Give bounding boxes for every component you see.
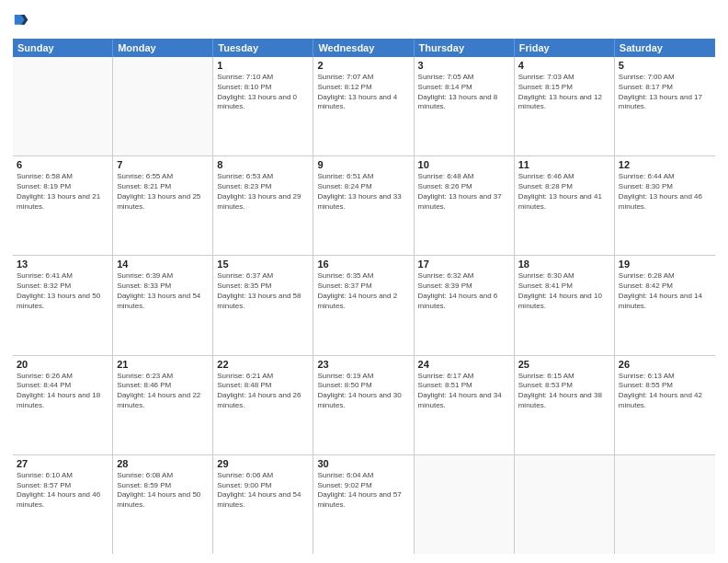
- calendar-cell: [515, 455, 615, 554]
- day-number: 7: [117, 159, 209, 170]
- calendar-cell: 30Sunrise: 6:04 AM Sunset: 9:02 PM Dayli…: [313, 455, 414, 554]
- day-number: 10: [418, 159, 510, 170]
- day-number: 8: [217, 159, 309, 170]
- cell-info: Sunrise: 6:30 AM Sunset: 8:41 PM Dayligh…: [518, 271, 610, 311]
- logo-icon: [13, 13, 29, 33]
- cell-info: Sunrise: 6:58 AM Sunset: 8:19 PM Dayligh…: [17, 172, 108, 212]
- calendar-cell: 14Sunrise: 6:39 AM Sunset: 8:33 PM Dayli…: [113, 256, 213, 354]
- calendar-cell: 17Sunrise: 6:32 AM Sunset: 8:39 PM Dayli…: [415, 256, 515, 354]
- cell-info: Sunrise: 6:26 AM Sunset: 8:44 PM Dayligh…: [17, 372, 108, 411]
- calendar-cell: 2Sunrise: 7:07 AM Sunset: 8:12 PM Daylig…: [313, 57, 414, 155]
- day-number: 26: [619, 359, 711, 370]
- calendar-row-4: 20Sunrise: 6:26 AM Sunset: 8:44 PM Dayli…: [13, 356, 715, 455]
- calendar: SundayMondayTuesdayWednesdayThursdayFrid…: [13, 39, 715, 554]
- day-number: 23: [317, 359, 409, 370]
- cell-info: Sunrise: 6:23 AM Sunset: 8:46 PM Dayligh…: [117, 372, 209, 411]
- header-day-saturday: Saturday: [615, 39, 715, 57]
- cell-info: Sunrise: 6:44 AM Sunset: 8:30 PM Dayligh…: [619, 172, 711, 212]
- cell-info: Sunrise: 7:03 AM Sunset: 8:15 PM Dayligh…: [518, 73, 610, 112]
- cell-info: Sunrise: 6:55 AM Sunset: 8:21 PM Dayligh…: [117, 172, 209, 212]
- cell-info: Sunrise: 6:04 AM Sunset: 9:02 PM Dayligh…: [317, 471, 409, 511]
- day-number: 14: [117, 259, 209, 270]
- header-day-monday: Monday: [113, 39, 213, 57]
- calendar-cell: 22Sunrise: 6:21 AM Sunset: 8:48 PM Dayli…: [213, 356, 313, 454]
- calendar-cell: 28Sunrise: 6:08 AM Sunset: 8:59 PM Dayli…: [113, 455, 213, 554]
- calendar-header: SundayMondayTuesdayWednesdayThursdayFrid…: [13, 39, 715, 57]
- cell-info: Sunrise: 6:48 AM Sunset: 8:26 PM Dayligh…: [418, 172, 510, 212]
- calendar-cell: [13, 57, 113, 155]
- header-day-tuesday: Tuesday: [213, 39, 313, 57]
- day-number: 19: [619, 259, 711, 270]
- cell-info: Sunrise: 6:51 AM Sunset: 8:24 PM Dayligh…: [317, 172, 409, 212]
- cell-info: Sunrise: 7:00 AM Sunset: 8:17 PM Dayligh…: [619, 73, 711, 112]
- cell-info: Sunrise: 6:35 AM Sunset: 8:37 PM Dayligh…: [317, 271, 409, 311]
- calendar-cell: 19Sunrise: 6:28 AM Sunset: 8:42 PM Dayli…: [615, 256, 715, 354]
- day-number: 29: [217, 458, 309, 469]
- cell-info: Sunrise: 6:53 AM Sunset: 8:23 PM Dayligh…: [217, 172, 309, 212]
- cell-info: Sunrise: 6:41 AM Sunset: 8:32 PM Dayligh…: [17, 271, 108, 311]
- cell-info: Sunrise: 6:39 AM Sunset: 8:33 PM Dayligh…: [117, 271, 209, 311]
- day-number: 6: [17, 159, 108, 170]
- calendar-cell: 13Sunrise: 6:41 AM Sunset: 8:32 PM Dayli…: [13, 256, 113, 354]
- calendar-cell: 25Sunrise: 6:15 AM Sunset: 8:53 PM Dayli…: [515, 356, 615, 454]
- day-number: 1: [217, 60, 309, 71]
- calendar-cell: [415, 455, 515, 554]
- cell-info: Sunrise: 6:17 AM Sunset: 8:51 PM Dayligh…: [418, 372, 510, 411]
- calendar-cell: [615, 455, 715, 554]
- calendar-cell: 21Sunrise: 6:23 AM Sunset: 8:46 PM Dayli…: [113, 356, 213, 454]
- calendar-cell: 20Sunrise: 6:26 AM Sunset: 8:44 PM Dayli…: [13, 356, 113, 454]
- day-number: 17: [418, 259, 510, 270]
- cell-info: Sunrise: 6:08 AM Sunset: 8:59 PM Dayligh…: [117, 471, 209, 511]
- cell-info: Sunrise: 6:13 AM Sunset: 8:55 PM Dayligh…: [619, 372, 711, 411]
- day-number: 13: [17, 259, 108, 270]
- header-day-friday: Friday: [515, 39, 615, 57]
- day-number: 15: [217, 259, 309, 270]
- calendar-cell: 6Sunrise: 6:58 AM Sunset: 8:19 PM Daylig…: [13, 156, 113, 255]
- cell-info: Sunrise: 7:10 AM Sunset: 8:10 PM Dayligh…: [217, 73, 309, 112]
- calendar-row-1: 1Sunrise: 7:10 AM Sunset: 8:10 PM Daylig…: [13, 57, 715, 156]
- day-number: 30: [317, 458, 409, 469]
- day-number: 9: [317, 159, 409, 170]
- calendar-cell: 1Sunrise: 7:10 AM Sunset: 8:10 PM Daylig…: [213, 57, 313, 155]
- calendar-cell: [113, 57, 213, 155]
- day-number: 28: [117, 458, 209, 469]
- cell-info: Sunrise: 6:28 AM Sunset: 8:42 PM Dayligh…: [619, 271, 711, 311]
- day-number: 12: [619, 159, 711, 170]
- calendar-cell: 29Sunrise: 6:06 AM Sunset: 9:00 PM Dayli…: [213, 455, 313, 554]
- calendar-cell: 18Sunrise: 6:30 AM Sunset: 8:41 PM Dayli…: [515, 256, 615, 354]
- calendar-cell: 27Sunrise: 6:10 AM Sunset: 8:57 PM Dayli…: [13, 455, 113, 554]
- calendar-cell: 23Sunrise: 6:19 AM Sunset: 8:50 PM Dayli…: [313, 356, 414, 454]
- day-number: 27: [17, 458, 108, 469]
- calendar-cell: 11Sunrise: 6:46 AM Sunset: 8:28 PM Dayli…: [515, 156, 615, 255]
- calendar-cell: 26Sunrise: 6:13 AM Sunset: 8:55 PM Dayli…: [615, 356, 715, 454]
- day-number: 21: [117, 359, 209, 370]
- day-number: 3: [418, 60, 510, 71]
- page-header: [13, 9, 715, 33]
- cell-info: Sunrise: 7:07 AM Sunset: 8:12 PM Dayligh…: [317, 73, 409, 112]
- day-number: 2: [317, 60, 409, 71]
- calendar-cell: 5Sunrise: 7:00 AM Sunset: 8:17 PM Daylig…: [615, 57, 715, 155]
- calendar-cell: 10Sunrise: 6:48 AM Sunset: 8:26 PM Dayli…: [415, 156, 515, 255]
- calendar-row-5: 27Sunrise: 6:10 AM Sunset: 8:57 PM Dayli…: [13, 455, 715, 554]
- cell-info: Sunrise: 6:37 AM Sunset: 8:35 PM Dayligh…: [217, 271, 309, 311]
- calendar-cell: 8Sunrise: 6:53 AM Sunset: 8:23 PM Daylig…: [213, 156, 313, 255]
- day-number: 20: [17, 359, 108, 370]
- calendar-row-2: 6Sunrise: 6:58 AM Sunset: 8:19 PM Daylig…: [13, 156, 715, 256]
- cell-info: Sunrise: 6:10 AM Sunset: 8:57 PM Dayligh…: [17, 471, 108, 511]
- header-day-wednesday: Wednesday: [313, 39, 414, 57]
- day-number: 24: [418, 359, 510, 370]
- day-number: 11: [518, 159, 610, 170]
- calendar-cell: 24Sunrise: 6:17 AM Sunset: 8:51 PM Dayli…: [415, 356, 515, 454]
- day-number: 16: [317, 259, 409, 270]
- cell-info: Sunrise: 6:19 AM Sunset: 8:50 PM Dayligh…: [317, 372, 409, 411]
- day-number: 4: [518, 60, 610, 71]
- header-day-thursday: Thursday: [415, 39, 515, 57]
- day-number: 18: [518, 259, 610, 270]
- cell-info: Sunrise: 6:15 AM Sunset: 8:53 PM Dayligh…: [518, 372, 610, 411]
- calendar-cell: 15Sunrise: 6:37 AM Sunset: 8:35 PM Dayli…: [213, 256, 313, 354]
- calendar-cell: 3Sunrise: 7:05 AM Sunset: 8:14 PM Daylig…: [415, 57, 515, 155]
- logo: [13, 13, 31, 33]
- calendar-cell: 9Sunrise: 6:51 AM Sunset: 8:24 PM Daylig…: [313, 156, 414, 255]
- day-number: 25: [518, 359, 610, 370]
- cell-info: Sunrise: 6:06 AM Sunset: 9:00 PM Dayligh…: [217, 471, 309, 511]
